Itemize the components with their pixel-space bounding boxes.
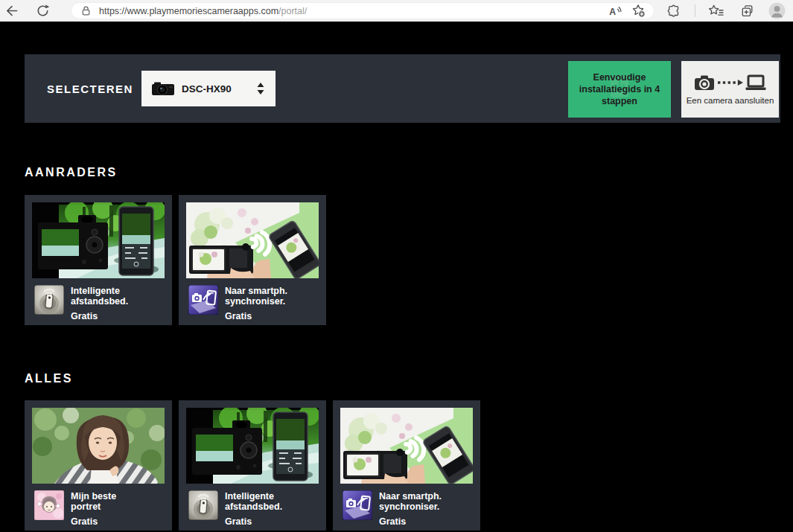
- selector-label: SELECTEREN: [47, 83, 133, 95]
- browser-toolbar: https://www.playmemoriescameraapps.com/p…: [0, 0, 793, 22]
- dotted-arrow-icon: [718, 80, 743, 86]
- app-card[interactable]: Intelligente afstandsbed. Gratis: [25, 195, 172, 325]
- camera-selector-bar: SELECTEREN DSC-HX90 Eenvoudige installat…: [25, 54, 780, 123]
- app-title-line1: Mijn beste: [71, 491, 116, 501]
- app-card[interactable]: Mijn beste portret Gratis: [25, 400, 172, 531]
- refresh-icon: [36, 4, 50, 18]
- app-price: Gratis: [225, 516, 282, 527]
- app-title-line1: Intelligente: [71, 286, 128, 296]
- app-title-line2: afstandsbed.: [71, 296, 128, 307]
- app-photo-flowers: [340, 408, 473, 484]
- app-card[interactable]: Naar smartph. synchroniser. Gratis: [333, 400, 480, 531]
- avatar-icon: [768, 2, 786, 19]
- dropdown-spinner-icon: [257, 83, 264, 94]
- portrait-app-icon: [34, 490, 64, 520]
- section-heading-aanraders: AANRADERS: [25, 166, 118, 179]
- app-title-line2: synchroniser.: [379, 501, 442, 512]
- app-price: Gratis: [225, 311, 287, 321]
- camera-model-dropdown[interactable]: DSC-HX90: [141, 71, 276, 106]
- app-title-line2: portret: [71, 501, 116, 512]
- app-photo-flowers: [186, 202, 319, 278]
- app-photo-forest: [186, 408, 319, 484]
- star-plus-icon: [631, 4, 646, 18]
- app-price: Gratis: [379, 516, 442, 527]
- app-price: Gratis: [71, 311, 128, 321]
- url-path: /portal/: [278, 6, 307, 16]
- camera-model-value: DSC-HX90: [182, 83, 232, 94]
- read-aloud-icon: A: [608, 4, 622, 18]
- url-text: https://www.playmemoriescameraapps.com/p…: [99, 6, 307, 16]
- section-heading-alles: ALLES: [25, 372, 73, 385]
- app-title-line1: Intelligente: [225, 491, 282, 501]
- computer-icon: [745, 74, 767, 92]
- sync-app-icon: [343, 490, 372, 520]
- app-card[interactable]: Intelligente afstandsbed. Gratis: [179, 400, 326, 531]
- address-bar[interactable]: https://www.playmemoriescameraapps.com/p…: [71, 2, 655, 19]
- refresh-button[interactable]: [35, 3, 51, 19]
- extensions-button[interactable]: [666, 3, 682, 19]
- app-title-line2: synchroniser.: [225, 296, 287, 307]
- extensions-icon: [667, 4, 681, 18]
- back-icon: [4, 4, 19, 18]
- svg-text:A: A: [609, 6, 616, 16]
- favorites-star-icon: [708, 4, 724, 18]
- app-card[interactable]: Naar smartph. synchroniser. Gratis: [179, 195, 326, 325]
- favorites-button[interactable]: [708, 3, 724, 19]
- recommended-cards-row: Intelligente afstandsbed. Gratis: [25, 195, 326, 325]
- app-price: Gratis: [71, 516, 116, 527]
- collections-icon: [740, 4, 754, 18]
- app-photo-portrait: [32, 408, 165, 484]
- remote-app-icon: [34, 285, 64, 315]
- install-guide-button[interactable]: Eenvoudige installatiegids in 4 stappen: [568, 61, 671, 118]
- remote-app-icon: [188, 490, 218, 520]
- sync-app-icon: [188, 285, 218, 315]
- add-favorite-button[interactable]: [631, 4, 646, 18]
- app-photo-forest: [32, 202, 165, 278]
- lock-icon[interactable]: [80, 4, 92, 17]
- all-cards-row: Mijn beste portret Gratis: [25, 400, 480, 531]
- app-title-line1: Naar smartph.: [225, 286, 287, 296]
- install-guide-label: Eenvoudige installatiegids in 4 stappen: [568, 71, 671, 107]
- app-title-line1: Naar smartph.: [379, 491, 442, 501]
- camera-thumbnail-icon: [150, 80, 176, 97]
- connect-camera-label: Een camera aansluiten: [687, 96, 774, 105]
- read-aloud-button[interactable]: A: [608, 4, 622, 18]
- app-title-line2: afstandsbed.: [225, 501, 282, 512]
- profile-button[interactable]: [768, 2, 786, 19]
- collections-button[interactable]: [739, 3, 755, 19]
- back-button[interactable]: [4, 3, 19, 19]
- connect-camera-button[interactable]: Een camera aansluiten: [681, 61, 779, 118]
- toolbar-divider: [695, 4, 695, 17]
- camera-icon: [694, 74, 716, 92]
